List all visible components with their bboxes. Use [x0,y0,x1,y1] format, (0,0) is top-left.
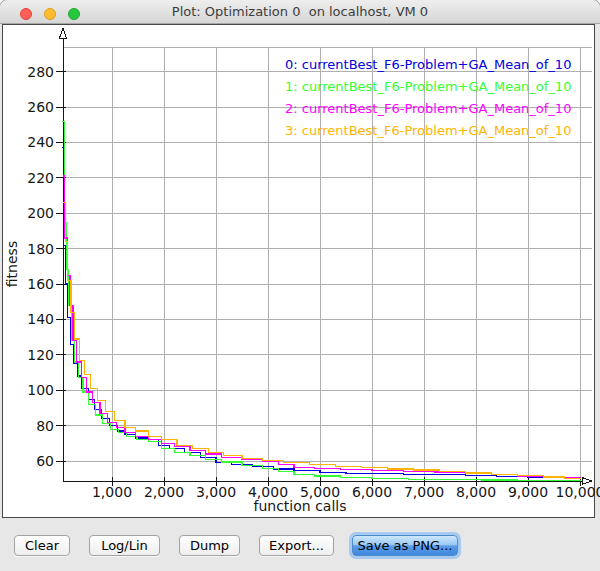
export-button[interactable]: Export... [259,535,334,556]
log-lin-button[interactable]: Log/Lin [89,535,160,556]
save-as-png-button[interactable]: Save as PNG... [352,535,458,556]
window-title: Plot: Optimization 0 on localhost, VM 0 [80,4,520,19]
traffic-lights [20,5,87,18]
clear-button[interactable]: Clear [14,535,70,556]
plot-window: Plot: Optimization 0 on localhost, VM 0 … [0,0,600,571]
titlebar: Plot: Optimization 0 on localhost, VM 0 [0,0,600,24]
plot-panel [2,24,595,518]
zoom-icon[interactable] [68,8,80,20]
close-icon[interactable] [20,8,32,20]
button-bar: Clear Log/Lin Dump Export... Save as PNG… [0,519,600,571]
minimize-icon[interactable] [44,8,56,20]
dump-button[interactable]: Dump [179,535,240,556]
